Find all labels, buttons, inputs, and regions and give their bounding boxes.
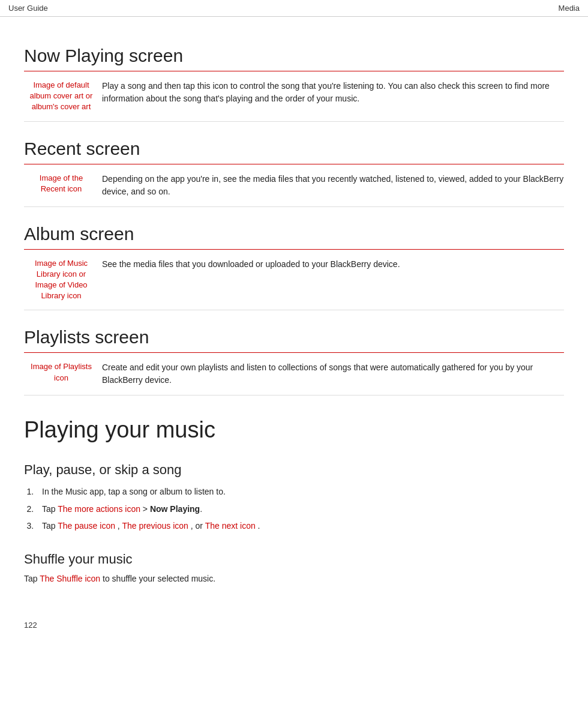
page-header: User Guide Media <box>0 0 588 17</box>
recent-desc: Depending on the app you're in, see the … <box>102 170 564 200</box>
playlists-desc: Create and edit your own playlists and l… <box>102 359 564 389</box>
album-title: Album screen <box>24 224 564 244</box>
album-section: Image of Music Library icon or Image of … <box>24 249 564 311</box>
step3-sep1: , <box>115 521 122 531</box>
step3-sep2: , or <box>188 521 205 531</box>
recent-section: Image of the Recent icon Depending on th… <box>24 164 564 207</box>
step1-text: In the Music app, tap a song or album to… <box>42 487 226 496</box>
play-pause-list: In the Music app, tap a song or album to… <box>36 485 564 532</box>
next-icon-link[interactable]: The next icon <box>205 521 256 531</box>
shuffle-icon-link[interactable]: The Shuffle icon <box>40 574 100 583</box>
playing-music-title: Playing your music <box>24 417 564 443</box>
play-pause-title: Play, pause, or skip a song <box>24 462 564 478</box>
table-row: Image of default album cover art or albu… <box>24 71 564 122</box>
page-number: 122 <box>24 621 37 630</box>
more-actions-link[interactable]: The more actions icon <box>58 504 140 514</box>
shuffle-pre: Tap <box>24 574 40 583</box>
previous-icon-link[interactable]: The previous icon <box>122 521 188 531</box>
album-desc: See the media files that you downloaded … <box>102 256 564 304</box>
list-item: Tap The more actions icon > Now Playing. <box>36 502 564 516</box>
step2-pre: Tap <box>42 504 58 514</box>
shuffle-paragraph: Tap The Shuffle icon to shuffle your sel… <box>24 572 564 585</box>
step3-pre: Tap <box>42 521 58 531</box>
header-left: User Guide <box>8 4 48 13</box>
now-playing-desc: Play a song and then tap this icon to co… <box>102 77 564 115</box>
shuffle-post: to shuffle your selected music. <box>100 574 215 583</box>
step2-arrow: > <box>140 504 150 514</box>
header-right: Media <box>559 4 580 13</box>
step3-period: . <box>256 521 260 531</box>
table-row: Image of the Recent icon Depending on th… <box>24 164 564 207</box>
now-playing-title: Now Playing screen <box>24 46 564 66</box>
now-playing-icon-label: Image of default album cover art or albu… <box>24 77 102 115</box>
table-row: Image of Music Library icon or Image of … <box>24 250 564 311</box>
playlists-title: Playlists screen <box>24 327 564 347</box>
shuffle-title: Shuffle your music <box>24 552 564 567</box>
recent-title: Recent screen <box>24 139 564 159</box>
list-item: Tap The pause icon , The previous icon ,… <box>36 519 564 532</box>
page-footer: 122 <box>0 615 588 636</box>
step2-now-playing: Now Playing <box>150 504 200 514</box>
step2-period: . <box>200 504 202 514</box>
playlists-icon-label: Image of Playlists icon <box>24 359 102 389</box>
playlists-section: Image of Playlists icon Create and edit … <box>24 352 564 396</box>
pause-icon-link[interactable]: The pause icon <box>58 521 115 531</box>
recent-icon-label: Image of the Recent icon <box>24 170 102 200</box>
now-playing-section: Image of default album cover art or albu… <box>24 71 564 122</box>
album-icon-label: Image of Music Library icon or Image of … <box>24 256 102 304</box>
main-content: Now Playing screen Image of default albu… <box>0 17 588 615</box>
table-row: Image of Playlists icon Create and edit … <box>24 353 564 396</box>
list-item: In the Music app, tap a song or album to… <box>36 485 564 498</box>
